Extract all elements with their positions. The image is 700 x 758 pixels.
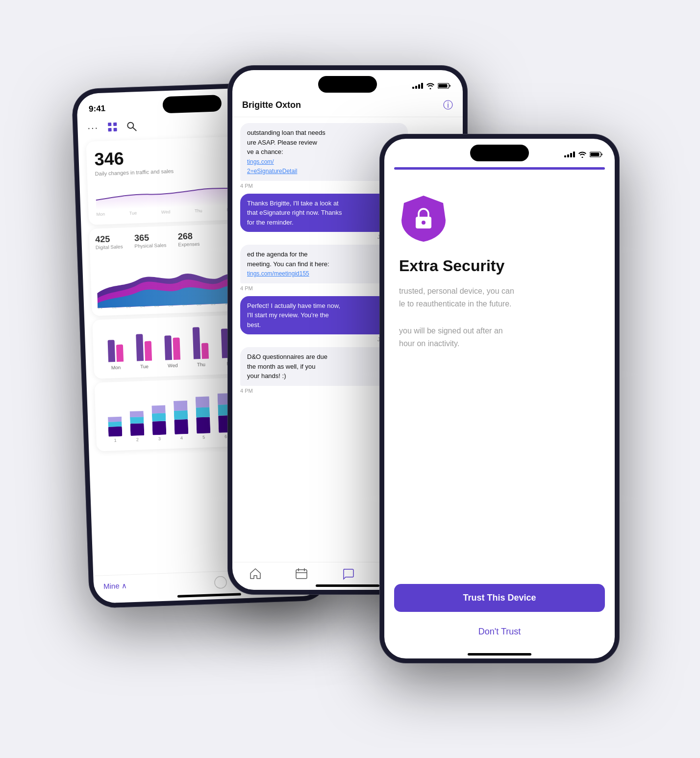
svg-rect-2 [108,123,111,126]
expenses-val: 268 [178,231,200,242]
security-footer: Trust This Device Don't Trust [384,584,615,644]
battery-icon-3 [590,151,603,158]
wifi-icon-3 [578,151,587,158]
phones-container: 9:41 [80,36,620,722]
status-icons-2 [412,82,451,89]
svg-rect-21 [196,407,210,417]
nav-calendar[interactable] [295,567,308,580]
svg-rect-22 [196,396,210,407]
bar-tue: Tue [136,334,152,370]
security-desc-1: trusted, personal device, you can le to … [399,285,600,310]
svg-rect-15 [152,413,166,422]
svg-point-35 [214,576,226,588]
expenses-lbl: Expenses [178,241,200,248]
svg-rect-5 [113,128,117,131]
dont-trust-button[interactable]: Don't Trust [394,620,605,644]
nav-home[interactable] [249,567,262,580]
svg-rect-8 [108,427,122,437]
dots-icon[interactable]: ··· [87,122,99,133]
svg-rect-14 [152,421,166,435]
bar-thu: Thu [192,327,209,367]
home-indicator-3 [468,653,531,656]
svg-rect-39 [296,570,307,579]
security-desc-2: you will be signed out after an hour on … [399,325,600,350]
security-lock-icon [399,193,600,242]
digital-sales-val: 425 [95,233,123,245]
svg-rect-38 [439,84,448,88]
phone-security-screen: Extra Security trusted, personal device,… [384,139,615,658]
search-icon[interactable] [126,121,137,132]
security-top-bar [394,167,605,170]
svg-rect-4 [108,128,111,131]
chat-header: Brigitte Oxton ⓘ [232,95,463,117]
physical-sales-lbl: Physical Sales [134,242,166,249]
bar-wed: Wed [164,335,180,368]
trust-device-button[interactable]: Trust This Device [394,584,605,612]
dynamic-island-3 [470,145,529,161]
phone-security: Extra Security trusted, personal device,… [379,134,620,663]
circle-icon-1[interactable] [213,575,227,589]
grid-icon[interactable] [106,121,119,133]
svg-rect-12 [130,417,144,424]
digital-sales-lbl: Digital Sales [96,244,123,250]
info-icon[interactable]: ⓘ [443,99,453,112]
signal-icon-3 [564,152,575,157]
svg-rect-46 [591,153,600,156]
battery-icon-2 [438,82,451,89]
bar-mon: Mon [107,340,124,371]
physical-sales-val: 365 [134,232,167,243]
dynamic-island-2 [318,76,377,93]
svg-rect-13 [129,411,143,417]
svg-point-48 [422,221,425,225]
svg-rect-9 [108,422,122,427]
svg-rect-16 [151,405,166,414]
security-title: Extra Security [399,257,600,275]
wifi-icon-2 [426,82,435,89]
chat-contact-name: Brigitte Oxton [242,100,301,110]
nav-chat[interactable] [342,567,354,580]
svg-rect-17 [174,419,188,434]
status-time-1: 9:41 [89,103,106,114]
svg-rect-3 [113,123,117,126]
status-icons-3 [564,151,603,158]
svg-rect-11 [130,423,144,436]
svg-rect-19 [174,401,188,411]
dynamic-island-1 [162,95,222,113]
svg-rect-20 [196,417,210,433]
home-indicator-2 [316,584,379,587]
mine-button[interactable]: Mine ∧ [103,581,127,591]
signal-icon-2 [412,83,423,89]
svg-rect-10 [108,417,122,422]
svg-rect-18 [174,410,188,420]
svg-line-7 [133,127,136,130]
